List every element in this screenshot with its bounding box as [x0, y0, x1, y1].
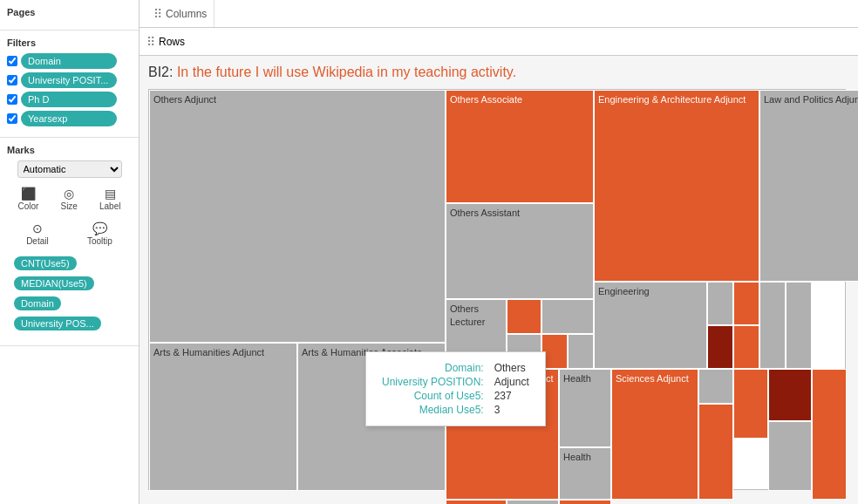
treemap-cell-law-small2[interactable] — [759, 282, 786, 369]
detail-icon: ⊙ — [32, 221, 43, 235]
rows-grip-icon: ⠿ — [146, 35, 155, 49]
detail-label: Detail — [26, 236, 49, 246]
filter-checkbox[interactable] — [7, 75, 17, 85]
treemap-cell-law-small3[interactable] — [786, 282, 812, 369]
color-label: Color — [18, 201, 39, 211]
treemap-cell-arts-small8[interactable] — [812, 369, 847, 500]
treemap-cell-eng-small4[interactable] — [733, 325, 759, 369]
treemap-cell-arts-small3[interactable] — [559, 500, 611, 504]
treemap-cell-others-assistant[interactable]: Others Assistant — [446, 203, 594, 299]
treemap-cell-arts-small5[interactable] — [733, 369, 768, 439]
treemap-cell-health2[interactable]: Health — [559, 447, 611, 500]
tooltip-domain-value: Others — [491, 361, 533, 375]
treemap-cell-others-small5[interactable] — [568, 334, 594, 369]
filter-pill[interactable]: Yearsexp — [21, 111, 117, 126]
label-label: Label — [99, 201, 120, 211]
chart-title-rest: In the future I will use Wikipedia in my… — [173, 65, 516, 79]
treemap-cell-others-associate[interactable]: Others Associate — [446, 90, 594, 203]
marks-row-1: ⬛ Color ◎ Size ▤ Label — [7, 181, 132, 216]
sidebar: Pages Filters Domain University POSIT...… — [0, 0, 140, 504]
filter-item: Yearsexp — [7, 111, 132, 126]
treemap-cell-health[interactable]: Health — [559, 369, 611, 447]
tooltip-position-label: University POSITION: — [378, 375, 491, 389]
treemap-cell-arts-small6[interactable] — [698, 404, 733, 500]
label-icon: ▤ — [105, 187, 116, 201]
treemap-cell-eng-small3[interactable] — [707, 325, 733, 369]
treemap-cell-arts-small4[interactable] — [698, 369, 733, 404]
size-label: Size — [60, 201, 77, 211]
main-area: ⠿ Columns ⠿ Rows BI2: In the future I wi… — [140, 0, 858, 504]
treemap-cell-arts-small7[interactable] — [768, 369, 812, 421]
treemap-cell-others-small1[interactable] — [507, 299, 541, 334]
chart-area: BI2: In the future I will use Wikipedia … — [140, 56, 858, 504]
pages-section: Pages — [0, 0, 139, 31]
tooltip-domain-label: Domain: — [378, 361, 491, 375]
treemap-cell-sciences-adjunct[interactable]: Sciences Adjunct — [611, 369, 698, 500]
tooltip-label: Tooltip — [87, 236, 112, 246]
treemap-cell-eng-arch-adjunct[interactable]: Engineering & Architecture Adjunct — [594, 90, 759, 282]
tooltip-icon: 💬 — [92, 221, 107, 235]
marks-row-2: ⊙ Detail 💬 Tooltip — [7, 216, 132, 251]
mark-field[interactable]: Domain — [14, 296, 61, 310]
filter-checkbox[interactable] — [7, 94, 17, 105]
treemap-cell-eng-small2[interactable] — [733, 282, 759, 325]
size-icon: ◎ — [64, 187, 74, 201]
marks-title: Marks — [7, 145, 132, 155]
mark-field[interactable]: MEDIAN(Use5) — [14, 276, 94, 290]
treemap-cell-arts-hum-adjunct[interactable]: Arts & Humanities Adjunct — [149, 343, 297, 491]
filter-item: University POSIT... — [7, 72, 132, 88]
treemap-cell-law-politics-adjunct[interactable]: Law and Politics Adjunct — [759, 90, 858, 282]
filters-section: Filters Domain University POSIT... Ph D … — [0, 31, 139, 138]
treemap-cell-arts-small2[interactable]: Arts — [507, 500, 559, 504]
chart-title-prefix: BI2: — [148, 65, 173, 79]
marks-fields: CNT(Use5)MEDIAN(Use5)DomainUniversity PO… — [7, 251, 132, 338]
tooltip-median-value: 3 — [491, 403, 533, 417]
marks-section: Marks Automatic ⬛ Color ◎ Size ▤ Label ⊙… — [0, 138, 139, 346]
filters-title: Filters — [7, 37, 132, 48]
treemap-cell-eng-small1[interactable] — [707, 282, 733, 325]
tooltip-count-value: 237 — [491, 389, 533, 403]
filter-checkbox[interactable] — [7, 56, 17, 66]
toolbar: ⠿ Columns — [140, 0, 858, 28]
treemap-cell-others-adjunct[interactable]: Others Adjunct — [149, 90, 446, 343]
detail-button[interactable]: ⊙ Detail — [23, 220, 52, 248]
filter-checkbox[interactable] — [7, 113, 17, 124]
tooltip-median-label: Median Use5: — [378, 403, 491, 417]
treemap-cell-others-small2[interactable] — [541, 299, 594, 334]
treemap-cell-engineering[interactable]: Engineering — [594, 282, 707, 369]
color-icon: ⬛ — [21, 187, 36, 201]
color-button[interactable]: ⬛ Color — [15, 185, 43, 213]
treemap-cell-law-small1[interactable] — [768, 421, 812, 491]
filter-pill[interactable]: Ph D — [21, 92, 117, 107]
treemap: Domain: Others University POSITION: Adju… — [148, 89, 846, 490]
columns-grip-icon: ⠿ — [153, 7, 162, 21]
chart-title: BI2: In the future I will use Wikipedia … — [148, 65, 849, 80]
label-button[interactable]: ▤ Label — [96, 185, 124, 213]
tooltip-count-label: Count of Use5: — [378, 389, 491, 403]
columns-toolbar-item[interactable]: ⠿ Columns — [146, 0, 214, 27]
rows-label: Rows — [159, 36, 185, 48]
mark-field[interactable]: CNT(Use5) — [14, 256, 77, 270]
filter-pill[interactable]: University POSIT... — [21, 72, 117, 88]
tooltip-popup: Domain: Others University POSITION: Adju… — [365, 351, 546, 426]
pages-title: Pages — [7, 7, 132, 17]
columns-label: Columns — [166, 8, 207, 20]
tooltip-button[interactable]: 💬 Tooltip — [84, 220, 116, 248]
tooltip-position-value: Adjunct — [491, 375, 533, 389]
filter-item: Domain — [7, 53, 132, 69]
marks-type-select[interactable]: Automatic — [17, 160, 122, 178]
mark-field[interactable]: University POS... — [14, 317, 101, 330]
treemap-cell-arts-small1[interactable]: Arts & — [446, 500, 507, 504]
size-button[interactable]: ◎ Size — [57, 185, 80, 213]
filter-pill[interactable]: Domain — [21, 53, 117, 69]
filter-item: Ph D — [7, 92, 132, 107]
